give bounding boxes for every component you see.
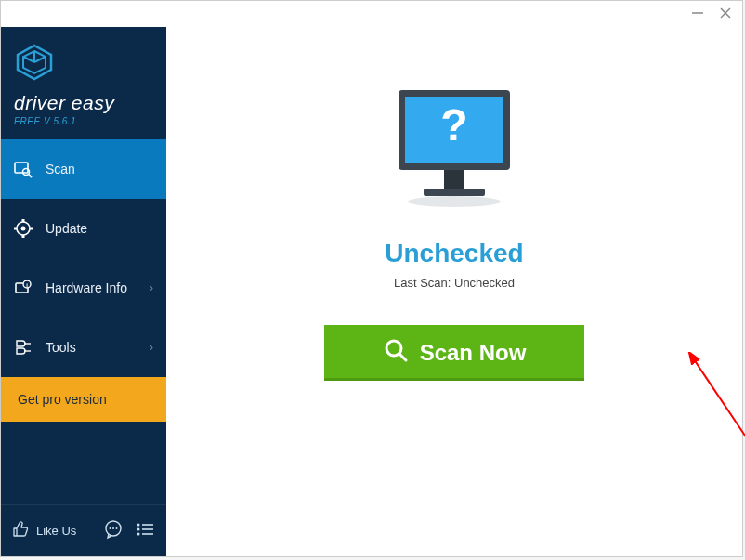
logo-area: driver easy FREE V 5.6.1	[1, 27, 166, 139]
update-icon	[14, 219, 33, 238]
app-window: driver easy FREE V 5.6.1 Scan Update	[0, 0, 743, 557]
sidebar-item-label: Update	[46, 221, 87, 236]
sidebar-item-scan[interactable]: Scan	[1, 139, 166, 199]
svg-line-39	[399, 354, 406, 360]
svg-rect-8	[15, 163, 28, 173]
svg-rect-13	[22, 219, 25, 222]
logo-icon	[14, 44, 153, 85]
svg-point-37	[408, 196, 501, 207]
app-subtitle: FREE V 5.6.1	[14, 116, 153, 126]
feedback-icon[interactable]	[103, 519, 124, 543]
sidebar-item-label: Scan	[46, 162, 75, 176]
sidebar-item-label: Hardware Info	[46, 280, 127, 295]
main-panel: ? Unchecked Last Scan: Unchecked Scan No…	[166, 27, 742, 556]
svg-point-26	[137, 523, 140, 526]
status-title: Unchecked	[385, 239, 523, 268]
app-name: driver easy	[14, 92, 153, 114]
sidebar-item-hardware-info[interactable]: i Hardware Info ›	[1, 258, 166, 318]
svg-line-7	[23, 57, 34, 62]
chevron-right-icon: ›	[150, 341, 153, 354]
hardware-info-icon: i	[14, 279, 33, 297]
svg-rect-16	[30, 228, 33, 230]
svg-line-10	[29, 175, 32, 177]
sidebar-item-update[interactable]: Update	[1, 199, 166, 258]
close-button[interactable]	[720, 7, 731, 21]
tools-icon	[14, 338, 33, 357]
minimize-button[interactable]	[692, 7, 703, 21]
sidebar-item-label: Tools	[46, 340, 76, 355]
scan-now-button[interactable]: Scan Now	[324, 325, 584, 381]
svg-point-23	[110, 527, 111, 529]
svg-point-25	[116, 527, 118, 529]
svg-point-28	[137, 527, 140, 530]
svg-line-6	[34, 57, 46, 62]
scan-icon	[14, 160, 33, 178]
sidebar: driver easy FREE V 5.6.1 Scan Update	[1, 27, 166, 556]
annotation-arrow	[686, 352, 745, 510]
chevron-right-icon: ›	[150, 281, 153, 294]
monitor-illustration: ?	[385, 83, 524, 216]
titlebar	[1, 1, 742, 27]
svg-point-12	[21, 227, 26, 231]
svg-point-30	[137, 532, 140, 535]
svg-rect-14	[22, 235, 25, 238]
menu-icon[interactable]	[135, 519, 155, 543]
magnify-icon	[383, 337, 409, 369]
sidebar-item-tools[interactable]: Tools ›	[1, 318, 166, 377]
get-pro-button[interactable]: Get pro version	[1, 377, 166, 422]
svg-text:?: ?	[440, 100, 467, 150]
bottom-bar: Like Us	[1, 504, 166, 556]
status-subtitle: Last Scan: Unchecked	[394, 276, 515, 290]
svg-rect-35	[444, 170, 464, 189]
scan-button-label: Scan Now	[420, 340, 527, 366]
content-area: driver easy FREE V 5.6.1 Scan Update	[1, 27, 742, 556]
svg-point-24	[112, 527, 114, 529]
svg-rect-36	[424, 189, 485, 196]
nav: Scan Update i Hardware Info ›	[1, 139, 166, 377]
pro-label: Get pro version	[18, 392, 107, 407]
thumbs-up-icon[interactable]	[12, 521, 29, 541]
like-us-label[interactable]: Like Us	[36, 524, 76, 538]
svg-rect-15	[14, 228, 17, 230]
svg-line-40	[694, 359, 745, 501]
